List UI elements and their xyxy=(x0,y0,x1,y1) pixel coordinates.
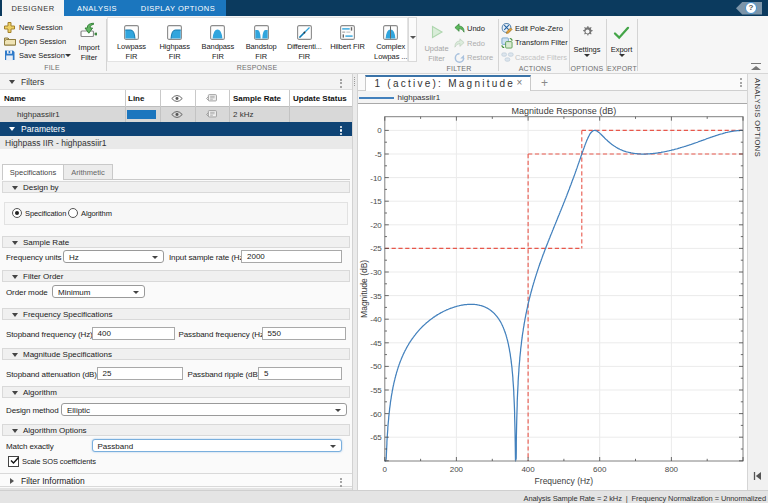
svg-text:-25: -25 xyxy=(370,244,382,253)
svg-text:400: 400 xyxy=(521,465,535,474)
svg-text:-15: -15 xyxy=(370,197,382,206)
svg-text:-40: -40 xyxy=(370,315,382,324)
svg-text:-50: -50 xyxy=(370,362,382,371)
svg-text:-35: -35 xyxy=(370,292,382,301)
svg-text:-20: -20 xyxy=(370,221,382,230)
svg-text:-65: -65 xyxy=(370,433,382,442)
svg-text:-55: -55 xyxy=(370,386,382,395)
svg-text:800: 800 xyxy=(665,465,679,474)
svg-text:Frequency (Hz): Frequency (Hz) xyxy=(535,476,594,486)
svg-text:-5: -5 xyxy=(375,150,383,159)
svg-text:600: 600 xyxy=(593,465,607,474)
svg-text:-10: -10 xyxy=(370,174,382,183)
svg-text:-60: -60 xyxy=(370,410,382,419)
svg-text:Magnitude Response (dB): Magnitude Response (dB) xyxy=(512,106,617,116)
svg-text:0: 0 xyxy=(377,126,382,135)
svg-text:200: 200 xyxy=(450,465,464,474)
svg-text:Magnitude (dB): Magnitude (dB) xyxy=(359,260,369,318)
svg-text:-30: -30 xyxy=(370,268,382,277)
svg-text:0: 0 xyxy=(383,465,388,474)
svg-text:-45: -45 xyxy=(370,339,382,348)
